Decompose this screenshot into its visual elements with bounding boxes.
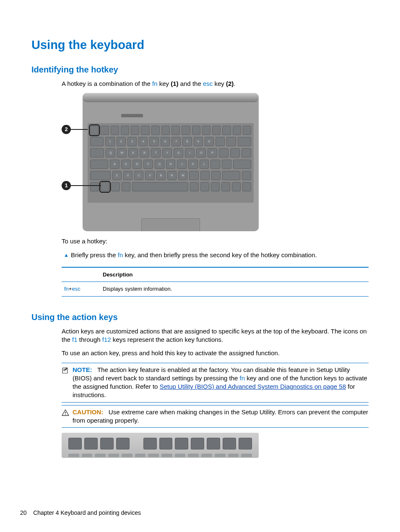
setup-utility-link[interactable]: Setup Utility (BIOS) and Advanced System… [160,383,346,390]
esc-key-illustration [90,126,99,135]
heading-using-keyboard: Using the keyboard [31,37,369,53]
fn-key-label: fn [240,374,245,382]
text: and the [179,80,203,87]
page-number: 20 [20,509,27,516]
section-identifying-body: A hotkey is a combination of the fn key … [62,80,369,297]
section-action-body: Action keys are customized actions that … [62,327,369,458]
esc-key-label: esc [72,286,80,292]
note-block: NOTE: The action key feature is enabled … [62,363,369,403]
fn-key-illustration [101,182,109,191]
caution-label: CAUTION: [73,408,103,416]
fn-key-label: fn [118,251,123,258]
chapter-label: Chapter 4 Keyboard and pointing devices [33,509,141,516]
f12-key-label: f12 [102,336,111,343]
heading-identifying-hotkey: Identifying the hotkey [31,64,369,75]
table-header-blank [62,267,100,282]
step-row: ▲ Briefly press the fn key, and then bri… [62,251,369,259]
touchpad-illustration [141,218,200,231]
text: key, and then briefly press the second k… [123,251,317,258]
fn-key-label: fn [64,286,69,292]
table-header-description: Description [100,267,369,282]
callout-1: 1 [62,181,71,190]
fn-key-label: fn [152,80,158,87]
callout-ref-2: (2) [226,80,234,87]
document-page: Using the keyboard Identifying the hotke… [0,0,400,532]
text: key [213,80,226,87]
description-cell: Displays system information. [100,282,369,297]
callout-ref-1: (1) [171,80,178,87]
action-keys-paragraph-1: Action keys are customized actions that … [62,327,369,344]
step-text: Briefly press the fn key, and then brief… [71,251,369,259]
text: Use extreme care when making changes in … [73,408,368,424]
text: key [157,80,171,87]
action-keys-paragraph-2: To use an action key, press and hold thi… [62,349,369,357]
svg-point-2 [65,414,66,415]
keyboard-illustration: 12345 67890 QWERT YUIOP ASDFG HJKL [88,123,254,203]
text: Briefly press the [71,251,118,258]
step-marker-icon: ▲ [62,252,71,259]
callout-2: 2 [62,125,71,134]
hotkey-cell: fn+esc [62,282,100,297]
text: keys represent the action key functions. [111,336,223,343]
caution-text: CAUTION: Use extreme care when making ch… [73,408,369,425]
hotkey-table: Description fn+esc Displays system infor… [62,267,369,297]
text: A hotkey is a combination of the [62,80,152,87]
table-row: fn+esc Displays system information. [62,282,369,297]
laptop-illustration: 12345 67890 QWERT YUIOP ASDFG HJKL [83,93,259,231]
note-text: NOTE: The action key feature is enabled … [73,366,369,400]
caution-block: CAUTION: Use extreme care when making ch… [62,405,369,428]
keyboard-figure: 12345 67890 QWERT YUIOP ASDFG HJKL [62,93,259,231]
callout-1-line [71,185,101,186]
f1-key-label: f1 [72,336,78,343]
vent-illustration [121,114,143,117]
page-footer: 20 Chapter 4 Keyboard and pointing devic… [20,509,141,517]
callout-2-line [71,129,88,130]
to-use-hotkey-label: To use a hotkey: [62,237,369,245]
text: through [78,336,102,343]
esc-key-label: esc [203,80,213,87]
text: . [234,80,235,87]
function-keys-figure [62,433,259,458]
heading-using-action-keys: Using the action keys [31,312,369,323]
note-label: NOTE: [73,366,92,373]
note-icon [62,367,69,400]
caution-icon [62,409,69,425]
hotkey-intro-paragraph: A hotkey is a combination of the fn key … [62,80,369,88]
